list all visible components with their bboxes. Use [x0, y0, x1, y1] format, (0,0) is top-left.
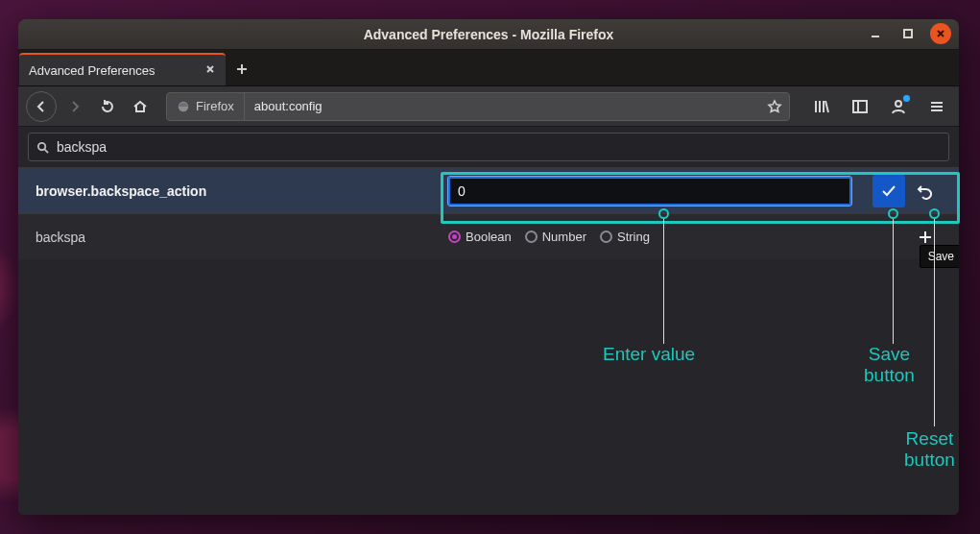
- pref-save-button[interactable]: [872, 175, 905, 207]
- pref-type-boolean[interactable]: Boolean: [448, 230, 512, 244]
- radio-dot-icon: [448, 231, 461, 243]
- identity-label: Firefox: [196, 99, 234, 113]
- new-tab-button[interactable]: [226, 53, 258, 85]
- site-identity[interactable]: Firefox: [167, 93, 245, 120]
- window-titlebar: Advanced Preferences - Mozilla Firefox: [18, 19, 959, 50]
- tab-label: Advanced Preferences: [29, 63, 155, 78]
- tab-advanced-preferences[interactable]: Advanced Preferences: [19, 53, 226, 85]
- home-button[interactable]: [126, 92, 155, 121]
- url-bar[interactable]: Firefox about:config: [166, 92, 790, 121]
- app-menu-button[interactable]: [922, 92, 951, 121]
- window-close-button[interactable]: [930, 23, 951, 44]
- radio-dot-icon: [525, 231, 538, 243]
- forward-button[interactable]: [60, 92, 89, 121]
- radio-dot-icon: [600, 231, 612, 243]
- pref-row-editing: browser.backspace_action: [18, 167, 959, 213]
- pref-type-string[interactable]: String: [600, 230, 650, 244]
- check-icon: [880, 182, 897, 200]
- svg-rect-2: [853, 101, 867, 112]
- pref-name: browser.backspace_action: [36, 183, 448, 199]
- window-controls: [865, 23, 951, 44]
- svg-rect-0: [904, 30, 912, 37]
- tab-strip: Advanced Preferences: [18, 50, 959, 86]
- pref-row-new: backspa Boolean Number String: [18, 213, 959, 259]
- account-button[interactable]: [884, 92, 913, 121]
- pref-type-radios: Boolean Number String: [448, 230, 909, 244]
- window-maximize-button[interactable]: [897, 23, 919, 44]
- config-search-input[interactable]: backspa: [28, 133, 949, 161]
- pref-row-actions: [909, 221, 942, 254]
- pref-value-area: [448, 177, 872, 206]
- window-minimize-button[interactable]: [865, 23, 886, 44]
- undo-icon: [917, 182, 934, 200]
- pref-row-actions: [872, 175, 942, 207]
- svg-point-4: [38, 142, 45, 149]
- back-button[interactable]: [26, 91, 57, 122]
- reload-button[interactable]: [93, 92, 122, 121]
- pref-reset-button[interactable]: [909, 175, 942, 207]
- firefox-window: Advanced Preferences - Mozilla Firefox A…: [18, 19, 959, 515]
- svg-point-3: [896, 101, 901, 107]
- plus-icon: [917, 229, 934, 246]
- navigation-toolbar: Firefox about:config: [18, 86, 959, 127]
- toolbar-right: [801, 92, 951, 121]
- firefox-logo-icon: [177, 100, 190, 113]
- library-button[interactable]: [807, 92, 836, 121]
- config-search-value: backspa: [57, 139, 107, 155]
- url-text: about:config: [245, 99, 760, 113]
- sidebar-button[interactable]: [846, 92, 874, 121]
- search-icon: [36, 141, 49, 154]
- window-title: Advanced Preferences - Mozilla Firefox: [364, 27, 614, 42]
- pref-add-button[interactable]: [909, 221, 942, 254]
- bookmark-star-button[interactable]: [760, 92, 789, 121]
- tab-close-button[interactable]: [204, 63, 216, 78]
- about-config-page: backspa browser.backspace_action backspa: [18, 127, 959, 515]
- config-search-row: backspa: [18, 127, 959, 167]
- pref-name: backspa: [36, 230, 448, 245]
- pref-type-number[interactable]: Number: [525, 230, 586, 244]
- pref-value-input[interactable]: [448, 177, 851, 206]
